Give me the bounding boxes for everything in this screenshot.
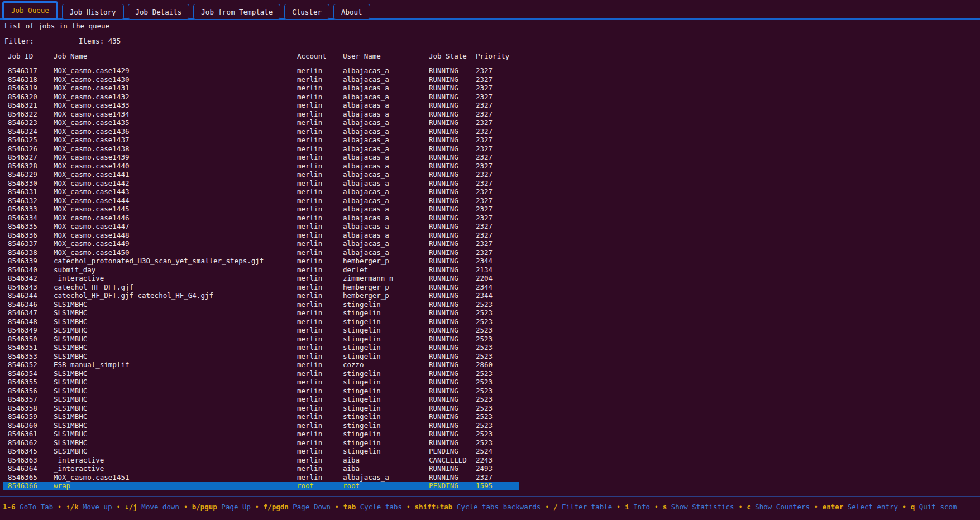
cell-job-name: SLS1MBHC <box>54 369 87 378</box>
table-row[interactable]: 8546359SLS1MBHCmerlinstingelinRUNNING252… <box>0 412 522 421</box>
table-row[interactable]: 8546353SLS1MBHCmerlinstingelinRUNNING252… <box>0 352 522 361</box>
cell-account: merlin <box>297 473 322 482</box>
table-row[interactable]: 8546322MOX_casmo.case1434merlinalbajacas… <box>0 110 522 119</box>
hint-key: ↓/j <box>125 503 137 511</box>
hint-action: Quit scom <box>915 503 957 511</box>
table-row[interactable]: 8546354SLS1MBHCmerlinstingelinRUNNING252… <box>0 369 522 378</box>
table-row[interactable]: 8546356SLS1MBHCmerlinstingelinRUNNING252… <box>0 387 522 396</box>
cell-job-name: MOX_casmo.case1430 <box>54 75 129 84</box>
cell-priority: 2327 <box>476 162 493 171</box>
table-row[interactable]: 8546321MOX_casmo.case1433merlinalbajacas… <box>0 101 522 110</box>
hint-key: shift+tab <box>415 503 453 511</box>
table-row[interactable]: 8546323MOX_casmo.case1435merlinalbajacas… <box>0 118 522 127</box>
table-row[interactable]: 8546357SLS1MBHCmerlinstingelinRUNNING252… <box>0 395 522 404</box>
cell-job-state: RUNNING <box>429 118 458 127</box>
cell-job-id: 8546322 <box>8 110 37 119</box>
cell-job-id: 8546347 <box>8 309 37 317</box>
tab-cluster[interactable]: Cluster <box>284 4 329 20</box>
table-row[interactable]: 8546349SLS1MBHCmerlinstingelinRUNNING252… <box>0 326 522 335</box>
table-row[interactable]: 8546343catechol_HF_DFT.gjfmerlinhemberge… <box>0 283 522 292</box>
table-row[interactable]: 8546363_interactivemerlinaibaCANCELLED22… <box>0 456 522 465</box>
cell-job-name: MOX_casmo.case1429 <box>54 66 129 75</box>
cell-job-id: 8546359 <box>8 412 37 421</box>
table-row[interactable]: 8546330MOX_casmo.case1442merlinalbajacas… <box>0 179 522 188</box>
cell-job-name: MOX_casmo.case1450 <box>54 248 129 257</box>
table-row[interactable]: 8546327MOX_casmo.case1439merlinalbajacas… <box>0 153 522 162</box>
cell-priority: 2204 <box>476 274 493 283</box>
table-row[interactable]: 8546340submit_daymerlinderletRUNNING2134 <box>0 266 522 275</box>
cell-job-name: SLS1MBHC <box>54 352 87 361</box>
table-row[interactable]: 8546329MOX_casmo.case1441merlinalbajacas… <box>0 170 522 179</box>
cell-account: merlin <box>297 214 322 223</box>
table-row[interactable]: 8546338MOX_casmo.case1450merlinalbajacas… <box>0 248 522 257</box>
table-row[interactable]: 8546336MOX_casmo.case1448merlinalbajacas… <box>0 231 522 240</box>
filter-input[interactable] <box>39 37 73 45</box>
cell-job-name: MOX_casmo.case1434 <box>54 110 129 119</box>
table-row[interactable]: 8546319MOX_casmo.case1431merlinalbajacas… <box>0 84 522 93</box>
column-header-account: Account <box>297 52 327 60</box>
cell-priority: 2523 <box>476 335 493 344</box>
cell-user-name: stingelin <box>343 421 381 430</box>
cell-job-id: 8546363 <box>8 456 37 465</box>
table-row[interactable]: 8546326MOX_casmo.case1438merlinalbajacas… <box>0 145 522 153</box>
tab-job-details[interactable]: Job Details <box>128 4 190 20</box>
tab-job-history[interactable]: Job History <box>62 4 124 20</box>
table-row[interactable]: 8546331MOX_casmo.case1443merlinalbajacas… <box>0 187 522 196</box>
table-row[interactable]: 8546318MOX_casmo.case1430merlinalbajacas… <box>0 75 522 84</box>
column-header-priority: Priority <box>476 52 509 60</box>
table-row[interactable]: 8546344catechol_HF_DFT.gjf catechol_HF_G… <box>0 291 522 300</box>
hint-action: Cycle tabs backwards <box>452 503 541 511</box>
table-row[interactable]: 8546325MOX_casmo.case1437merlinalbajacas… <box>0 136 522 145</box>
cell-job-id: 8546326 <box>8 145 37 153</box>
table-row[interactable]: 8546358SLS1MBHCmerlinstingelinRUNNING252… <box>0 404 522 413</box>
table-row[interactable]: 8546348SLS1MBHCmerlinstingelinRUNNING252… <box>0 317 522 326</box>
table-row[interactable]: 8546355SLS1MBHCmerlinstingelinRUNNING252… <box>0 378 522 387</box>
table-row[interactable]: 8546346SLS1MBHCmerlinstingelinRUNNING252… <box>0 300 522 309</box>
cell-user-name: albajacas_a <box>343 162 389 171</box>
table-row[interactable]: 8546345SLS1MBHCmerlinstingelinPENDING252… <box>0 447 522 456</box>
table-row[interactable]: 8546361SLS1MBHCmerlinstingelinRUNNING252… <box>0 430 522 439</box>
table-row[interactable]: 8546347SLS1MBHCmerlinstingelinRUNNING252… <box>0 309 522 317</box>
cell-account: merlin <box>297 145 322 153</box>
table-row[interactable]: 8546337MOX_casmo.case1449merlinalbajacas… <box>0 239 522 248</box>
table-row[interactable]: 8546352ESB-manual_simplifmerlincozzoRUNN… <box>0 360 522 369</box>
cell-account: merlin <box>297 248 322 257</box>
table-row[interactable]: 8546335MOX_casmo.case1447merlinalbajacas… <box>0 222 522 231</box>
table-row[interactable]: 8546339catechol_protonated_H3O_scan_yet_… <box>0 257 522 266</box>
table-row[interactable]: 8546350SLS1MBHCmerlinstingelinRUNNING252… <box>0 335 522 344</box>
cell-priority: 2523 <box>476 343 493 352</box>
hint-separator: • <box>541 503 553 511</box>
items-count: Items: 435 <box>79 37 121 45</box>
cell-user-name: albajacas_a <box>343 93 389 102</box>
table-row[interactable]: 8546333MOX_casmo.case1445merlinalbajacas… <box>0 205 522 214</box>
cell-job-name: SLS1MBHC <box>54 404 87 413</box>
cell-priority: 2523 <box>476 300 493 309</box>
cell-priority: 2327 <box>476 118 493 127</box>
cell-account: merlin <box>297 326 322 335</box>
table-row[interactable]: 8546351SLS1MBHCmerlinstingelinRUNNING252… <box>0 343 522 352</box>
cell-user-name: zimmermann_n <box>343 274 393 283</box>
tab-job-from-template[interactable]: Job from Template <box>193 4 280 20</box>
cell-user-name: stingelin <box>343 317 381 326</box>
hint-key: b/pgup <box>192 503 217 511</box>
table-row[interactable]: 8546364_interactivemerlinaibaRUNNING2493 <box>0 464 522 473</box>
table-row[interactable]: 8546362SLS1MBHCmerlinstingelinRUNNING252… <box>0 439 522 447</box>
table-row[interactable]: 8546360SLS1MBHCmerlinstingelinRUNNING252… <box>0 421 522 430</box>
table-row[interactable]: 8546365MOX_casmo.case1451merlinalbajacas… <box>0 473 522 482</box>
cell-job-id: 8546355 <box>8 378 37 387</box>
cell-job-id: 8546360 <box>8 421 37 430</box>
cell-account: merlin <box>297 412 322 421</box>
tab-job-queue[interactable]: Job Queue <box>2 1 58 20</box>
table-row[interactable]: 8546332MOX_casmo.case1444merlinalbajacas… <box>0 196 522 205</box>
table-row[interactable]: 8546324MOX_casmo.case1436merlinalbajacas… <box>0 127 522 136</box>
table-row[interactable]: 8546320MOX_casmo.case1432merlinalbajacas… <box>0 93 522 102</box>
cell-job-id: 8546353 <box>8 352 37 361</box>
table-row[interactable]: 8546328MOX_casmo.case1440merlinalbajacas… <box>0 162 522 171</box>
tab-about[interactable]: About <box>333 4 370 20</box>
table-row[interactable]: 8546342_interactivemerlinzimmermann_nRUN… <box>0 274 522 283</box>
cell-user-name: stingelin <box>343 395 381 404</box>
table-row[interactable]: 8546317MOX_casmo.case1429merlinalbajacas… <box>0 66 522 75</box>
table-row-selected[interactable]: 8546366wraprootrootPENDING1595 <box>3 482 519 490</box>
table-row[interactable]: 8546334MOX_casmo.case1446merlinalbajacas… <box>0 214 522 223</box>
statusbar-divider <box>0 496 980 497</box>
